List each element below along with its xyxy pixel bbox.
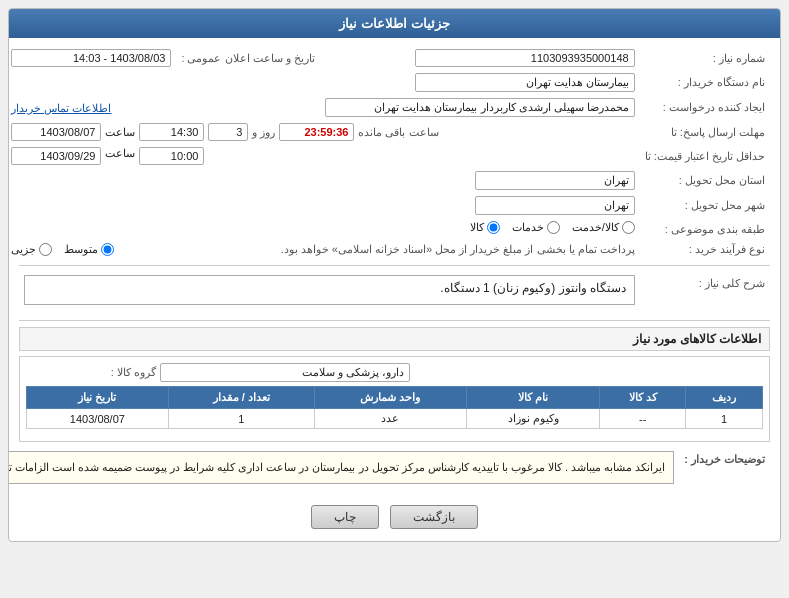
col-radif: ردیف xyxy=(685,387,762,409)
radio-jozi-item[interactable]: جزیی xyxy=(11,243,52,256)
col-tedad: تعداد / مقدار xyxy=(168,387,314,409)
col-tarikh: تاریخ نیاز xyxy=(27,387,169,409)
time1-separator: ساعت xyxy=(105,126,135,139)
radio-motevaset-label: متوسط xyxy=(64,243,98,256)
eejad-konanda-value: محمدرضا سهیلی ارشدی کاربردار بیمارستان ه… xyxy=(325,98,635,117)
radio-kala-label: کالا xyxy=(470,221,484,234)
radio-kala-item[interactable]: کالا xyxy=(470,221,500,234)
back-button[interactable]: بازگشت xyxy=(390,505,478,529)
shomara-niaz-value: 1103093935000148 xyxy=(415,49,635,67)
eejad-konanda-label: ایجاد کننده درخواست : xyxy=(640,95,770,120)
shahr-value: تهران xyxy=(475,196,635,215)
divider-2 xyxy=(19,320,770,321)
col-vahed: واحد شمارش xyxy=(314,387,466,409)
tarikh-niaz-label: تاریخ و ساعت اعلان عمومی : xyxy=(176,46,319,70)
remaining-label: ساعت باقی مانده xyxy=(358,126,438,139)
radio-kala-khadamat[interactable] xyxy=(622,221,635,234)
card-header: جزئیات اطلاعات نیاز xyxy=(9,9,780,38)
cell-naam_kala: وکیوم نوزاد xyxy=(467,409,600,429)
info-table-notes: توضیحات خریدار : ایرانکد مشابه میباشد . … xyxy=(8,448,770,493)
serial-desc-label: شرح کلی نیاز : xyxy=(640,272,770,314)
date2-value: 1403/09/29 xyxy=(11,147,101,165)
page-title: جزئیات اطلاعات نیاز xyxy=(339,16,449,31)
ettelaat-tamas-link[interactable]: اطلاعات تماس خریدار xyxy=(11,102,111,114)
mohlat-ersal-label: مهلت ارسال پاسخ: تا xyxy=(640,120,770,144)
hadaghal-label: حداقل تاریخ اعتبار قیمت: تا xyxy=(640,144,770,168)
cell-radif: 1 xyxy=(685,409,762,429)
time1-value: 14:30 xyxy=(139,123,204,141)
goods-section-title: اطلاعات کالاهای مورد نیاز xyxy=(19,327,770,351)
time2-value: 10:00 xyxy=(139,147,204,165)
radio-kala[interactable] xyxy=(487,221,500,234)
bottom-buttons: بازگشت چاپ xyxy=(19,499,770,533)
table-row: 1--وکیوم نوزادعدد11403/08/07 xyxy=(27,409,763,429)
col-kod-kala: کد کالا xyxy=(600,387,686,409)
serial-desc-value: دستگاه وانتوز (وکیوم زنان) 1 دستگاه. xyxy=(24,275,635,305)
info-table-serial: شرح کلی نیاز : دستگاه وانتوز (وکیوم زنان… xyxy=(19,272,770,314)
info-table-top: شماره نیاز : 1103093935000148 تاریخ و سا… xyxy=(8,46,770,259)
shomara-niaz-label: شماره نیاز : xyxy=(640,46,770,70)
cell-tarikh: 1403/08/07 xyxy=(27,409,169,429)
group-value: دارو، پزشکی و سلامت xyxy=(160,363,410,382)
page-container: جزئیات اطلاعات نیاز شماره نیاز : 1103093… xyxy=(0,0,789,598)
nooe-farayand-label: نوع فرآیند خرید : xyxy=(640,240,770,259)
print-button[interactable]: چاپ xyxy=(311,505,379,529)
radio-kala-khadamat-label: کالا/خدمت xyxy=(572,221,619,234)
tabaqe-label: طبقه بندی موضوعی : xyxy=(640,218,770,240)
radio-motevaset[interactable] xyxy=(101,243,114,256)
radio-jozi-label: جزیی xyxy=(11,243,36,256)
day-label: روز و xyxy=(252,126,275,139)
radio-kala-khadamat-item[interactable]: کالا/خدمت xyxy=(572,221,635,234)
card-body: شماره نیاز : 1103093935000148 تاریخ و سا… xyxy=(9,38,780,541)
radio-khadamat-item[interactable]: خدمات xyxy=(512,221,560,234)
radio-jozi[interactable] xyxy=(39,243,52,256)
shahr-label: شهر محل تحویل : xyxy=(640,193,770,218)
divider-1 xyxy=(19,265,770,266)
remaining-value: 23:59:36 xyxy=(279,123,354,141)
notes-text: ایرانکد مشابه میباشد . کالا مرغوب با تای… xyxy=(8,451,674,484)
radio-khadamat[interactable] xyxy=(547,221,560,234)
ostan-value: تهران xyxy=(475,171,635,190)
naam-dastgah-label: نام دستگاه خریدار : xyxy=(640,70,770,95)
goods-table: ردیف کد کالا نام کالا واحد شمارش تعداد /… xyxy=(26,386,763,429)
cell-kod_kala: -- xyxy=(600,409,686,429)
tarikh-niaz-value: 1403/08/03 - 14:03 xyxy=(11,49,171,67)
cell-vahed: عدد xyxy=(314,409,466,429)
goods-info-section: گروه کالا : دارو، پزشکی و سلامت ردیف کد … xyxy=(19,356,770,442)
naam-dastgah-value: بیمارستان هدایت تهران xyxy=(415,73,635,92)
notes-label: توضیحات خریدار : xyxy=(679,448,770,493)
farayand-note: پرداخت تمام یا بخشی از مبلغ خریدار از مح… xyxy=(126,243,634,256)
group-label: گروه کالا : xyxy=(26,366,156,379)
cell-tedad: 1 xyxy=(168,409,314,429)
day-value: 3 xyxy=(208,123,248,141)
ostan-label: استان محل تحویل : xyxy=(640,168,770,193)
time2-separator: ساعت xyxy=(105,147,135,165)
radio-khadamat-label: خدمات xyxy=(512,221,544,234)
col-naam-kala: نام کالا xyxy=(467,387,600,409)
main-card: جزئیات اطلاعات نیاز شماره نیاز : 1103093… xyxy=(8,8,781,542)
date1-value: 1403/08/07 xyxy=(11,123,101,141)
radio-motevaset-item[interactable]: متوسط xyxy=(64,243,114,256)
